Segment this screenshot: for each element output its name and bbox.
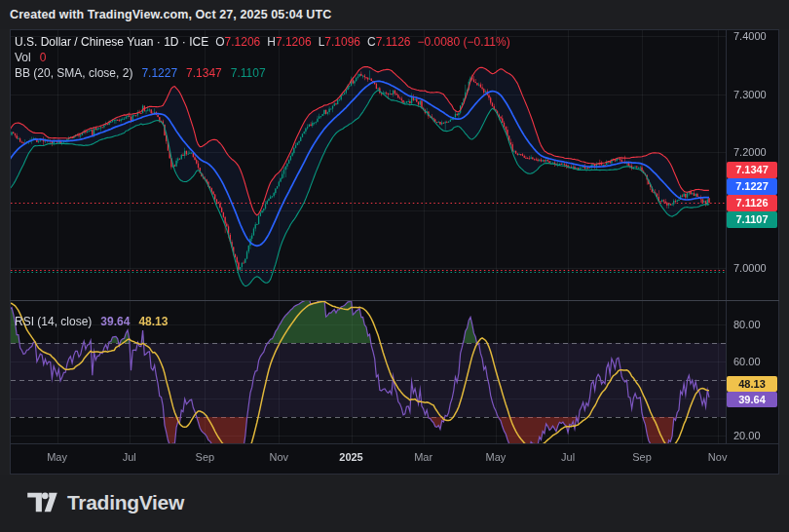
ohlc-value: 7.1096 [324,35,360,49]
price-axis-tick: 7.2000 [733,145,767,159]
ohlc-key: H [267,35,276,49]
rsi-values: 39.6448.13 [92,315,168,328]
tradingview-logo-text: TradingView [67,491,184,514]
brand-bar: TradingView [0,475,789,532]
chart-area[interactable]: U.S. Dollar / Chinese Yuan · 1D · ICEO7.… [10,29,779,475]
price-badge: 7.1126 [727,195,777,211]
time-axis-tick: Jul [561,451,575,463]
tradingview-logo-icon [26,490,58,514]
rsi-badge: 48.13 [727,376,777,392]
ohlc-key: O [215,35,224,49]
price-badge: 7.1347 [727,162,777,178]
caption-text: Created with TradingView.com, Oct 27, 20… [10,8,331,21]
change-value: −0.0080 (−0.11%) [418,35,510,49]
ohlc-value: 7.1206 [276,35,312,49]
time-axis[interactable]: MayJulSepNov2025MarMayJulSepNov [10,443,726,475]
bollinger-value: 7.1227 [141,66,177,80]
bollinger-value: 7.1107 [231,66,266,80]
symbol-title: U.S. Dollar / Chinese Yuan · 1D · ICE [15,35,208,49]
price-chart-canvas[interactable] [10,29,779,475]
symbol-row[interactable]: U.S. Dollar / Chinese Yuan · 1D · ICEO7.… [15,34,510,50]
rsi-value: 48.13 [138,315,168,328]
price-axis[interactable]: 7.40007.30007.20007.000080.0060.0020.007… [726,29,779,443]
time-axis-tick: 2025 [339,451,362,463]
price-badge: 7.1107 [727,211,777,228]
tradingview-chart-snapshot: Created with TradingView.com, Oct 27, 20… [0,0,789,532]
rsi-axis-tick: 20.00 [733,429,761,442]
time-axis-tick: Mar [414,451,432,463]
tradingview-logo[interactable]: TradingView [26,490,184,514]
rsi-row[interactable]: RSI (14, close)39.6448.13 [15,314,168,329]
rsi-label: RSI (14, close) [15,315,92,328]
ohlc-key: C [367,35,376,49]
price-axis-tick: 7.3000 [733,88,767,101]
ohlc-values: O7.1206H7.1206L7.1096C7.1126 [208,35,410,49]
ohlc-value: 7.1206 [225,35,261,49]
bollinger-value: 7.1347 [186,66,222,80]
time-axis-tick: Jul [123,451,136,463]
price-badge: 7.1227 [727,178,777,195]
price-axis-tick: 7.4000 [733,29,767,43]
volume-row[interactable]: Vol0 [15,50,510,65]
time-axis-tick: May [485,451,506,463]
bollinger-label: BB (20, SMA, close, 2) [15,66,132,80]
volume-value: 0 [40,51,47,64]
time-axis-tick: Nov [270,451,289,463]
ohlc-value: 7.1126 [376,35,411,49]
time-axis-tick: Sep [196,451,215,463]
rsi-pane-legend: RSI (14, close)39.6448.13 [15,314,168,329]
rsi-badge: 39.64 [727,392,777,407]
bollinger-row[interactable]: BB (20, SMA, close, 2)7.12277.13477.1107 [15,65,510,81]
rsi-axis-tick: 60.00 [733,355,761,368]
main-pane-legend: U.S. Dollar / Chinese Yuan · 1D · ICEO7.… [15,34,510,81]
time-axis-tick: Nov [708,451,728,463]
price-axis-tick: 7.0000 [733,261,767,275]
rsi-axis-tick: 80.00 [733,318,761,331]
caption-bar: Created with TradingView.com, Oct 27, 20… [0,0,789,29]
volume-label: Vol [15,51,31,64]
rsi-value: 39.64 [100,315,130,328]
time-axis-tick: Sep [632,451,652,463]
bollinger-values: 7.12277.13477.1107 [132,66,265,80]
time-axis-tick: May [47,451,67,463]
